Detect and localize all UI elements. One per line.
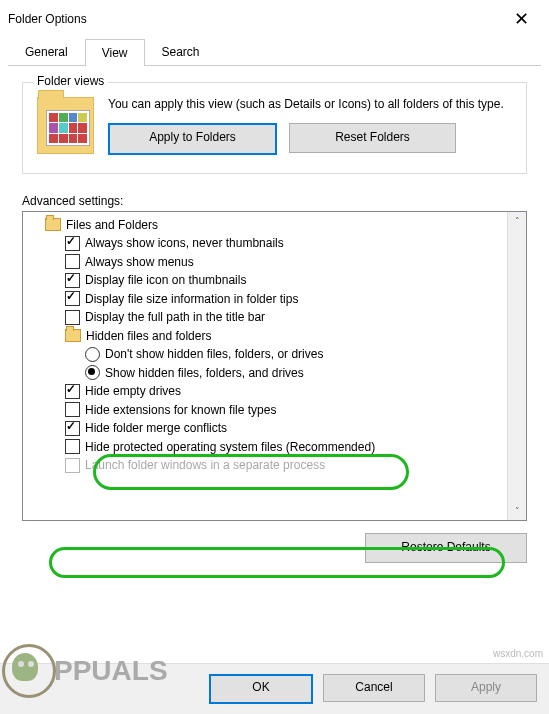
scrollbar[interactable]: ˄ ˅ bbox=[507, 212, 526, 520]
tree-root-files-folders[interactable]: Files and Folders bbox=[23, 216, 507, 235]
check-hide-protected-os[interactable]: Hide protected operating system files (R… bbox=[23, 438, 507, 457]
checkbox-icon bbox=[65, 291, 80, 306]
folder-icon bbox=[45, 218, 61, 231]
restore-defaults-button[interactable]: Restore Defaults bbox=[365, 533, 527, 563]
ok-button[interactable]: OK bbox=[209, 674, 313, 704]
advanced-settings-label: Advanced settings: bbox=[22, 194, 527, 208]
reset-folders-button[interactable]: Reset Folders bbox=[289, 123, 456, 153]
tab-strip: General View Search bbox=[8, 38, 541, 66]
check-hide-merge-conflicts[interactable]: Hide folder merge conflicts bbox=[23, 419, 507, 438]
tree-sub-hidden[interactable]: Hidden files and folders bbox=[23, 327, 507, 346]
check-file-size-tips[interactable]: Display file size information in folder … bbox=[23, 290, 507, 309]
folder-views-group: Folder views You can apply this view (su… bbox=[22, 82, 527, 174]
advanced-settings-list: Files and Folders Always show icons, nev… bbox=[22, 211, 527, 521]
radio-dont-show-hidden[interactable]: Don't show hidden files, folders, or dri… bbox=[23, 345, 507, 364]
radio-show-hidden[interactable]: Show hidden files, folders, and drives bbox=[23, 364, 507, 383]
apply-button[interactable]: Apply bbox=[435, 674, 537, 702]
check-full-path-titlebar[interactable]: Display the full path in the title bar bbox=[23, 308, 507, 327]
titlebar: Folder Options ✕ bbox=[0, 0, 549, 38]
check-always-menus[interactable]: Always show menus bbox=[23, 253, 507, 272]
checkbox-icon bbox=[65, 421, 80, 436]
check-launch-separate-process[interactable]: Launch folder windows in a separate proc… bbox=[23, 456, 507, 475]
scroll-up-icon[interactable]: ˄ bbox=[508, 212, 526, 230]
folder-icon bbox=[65, 329, 81, 342]
radio-icon bbox=[85, 365, 100, 380]
close-icon[interactable]: ✕ bbox=[501, 8, 541, 30]
scroll-track[interactable] bbox=[508, 230, 526, 502]
tab-general[interactable]: General bbox=[8, 38, 85, 65]
tab-search[interactable]: Search bbox=[145, 38, 217, 65]
folder-options-dialog: Folder Options ✕ General View Search Fol… bbox=[0, 0, 549, 714]
folder-views-description: You can apply this view (such as Details… bbox=[108, 97, 512, 113]
list-content[interactable]: Files and Folders Always show icons, nev… bbox=[23, 212, 507, 520]
radio-icon bbox=[85, 347, 100, 362]
checkbox-icon bbox=[65, 439, 80, 454]
apply-to-folders-button[interactable]: Apply to Folders bbox=[108, 123, 277, 155]
checkbox-icon bbox=[65, 384, 80, 399]
check-file-icon-thumb[interactable]: Display file icon on thumbnails bbox=[23, 271, 507, 290]
check-always-icons[interactable]: Always show icons, never thumbnails bbox=[23, 234, 507, 253]
check-hide-empty-drives[interactable]: Hide empty drives bbox=[23, 382, 507, 401]
tab-view[interactable]: View bbox=[85, 39, 145, 66]
checkbox-icon bbox=[65, 236, 80, 251]
tab-panel-view: Folder views You can apply this view (su… bbox=[0, 66, 549, 571]
check-hide-extensions[interactable]: Hide extensions for known file types bbox=[23, 401, 507, 420]
checkbox-icon bbox=[65, 273, 80, 288]
dialog-button-bar: OK Cancel Apply bbox=[0, 663, 549, 714]
checkbox-icon bbox=[65, 254, 80, 269]
dialog-title: Folder Options bbox=[8, 12, 87, 26]
scroll-down-icon[interactable]: ˅ bbox=[508, 502, 526, 520]
cancel-button[interactable]: Cancel bbox=[323, 674, 425, 702]
checkbox-icon bbox=[65, 310, 80, 325]
checkbox-icon bbox=[65, 458, 80, 473]
watermark-site: wsxdn.com bbox=[493, 648, 543, 659]
folder-icon bbox=[37, 97, 94, 154]
folder-views-legend: Folder views bbox=[33, 74, 108, 88]
checkbox-icon bbox=[65, 402, 80, 417]
